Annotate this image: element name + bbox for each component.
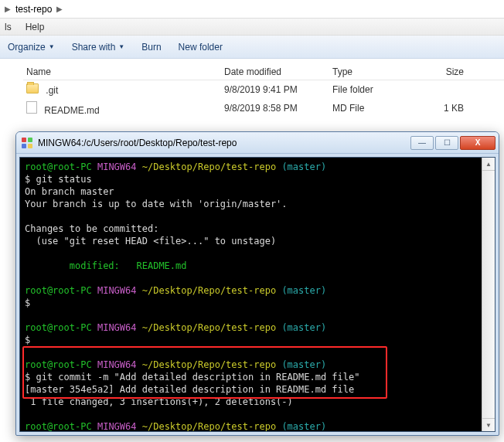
scroll-up-icon[interactable]: ▲ xyxy=(482,158,495,171)
chevron-down-icon: ▼ xyxy=(49,43,55,50)
toolbar-organize[interactable]: Organize ▼ xyxy=(8,42,55,53)
toolbar-label: Share with xyxy=(72,42,116,53)
terminal-body[interactable]: root@root-PC MINGW64 ~/Desktop/Repo/test… xyxy=(19,157,495,432)
scroll-down-icon[interactable]: ▼ xyxy=(482,418,495,431)
terminal-window: MINGW64:/c/Users/root/Desktop/Repo/test-… xyxy=(15,131,499,436)
menu-help[interactable]: Help xyxy=(26,22,45,32)
file-name: .git xyxy=(46,85,58,96)
col-name[interactable]: Name xyxy=(23,66,224,77)
toolbar-label: Organize xyxy=(8,42,46,53)
file-icon xyxy=(26,101,37,114)
col-size[interactable]: Size xyxy=(410,66,472,77)
breadcrumb-arrow-icon: ▶ xyxy=(56,5,63,13)
menu-bar: ls Help xyxy=(0,19,504,36)
terminal-scrollbar[interactable]: ▲ ▼ xyxy=(482,158,495,431)
file-date: 9/8/2019 8:58 PM xyxy=(224,103,332,114)
folder-icon xyxy=(26,83,39,94)
file-type: File folder xyxy=(332,84,410,95)
toolbar: Organize ▼ Share with ▼ Burn New folder xyxy=(0,36,504,59)
toolbar-burn[interactable]: Burn xyxy=(141,42,161,53)
mingw-icon xyxy=(21,137,33,149)
file-list: Name Date modified Type Size .git 9/8/20… xyxy=(0,59,504,117)
close-button[interactable]: X xyxy=(460,136,495,150)
maximize-button[interactable]: ☐ xyxy=(435,136,458,150)
breadcrumb-arrow-icon: ▶ xyxy=(5,5,11,13)
file-date: 9/8/2019 9:41 PM xyxy=(224,84,332,95)
minimize-button[interactable]: — xyxy=(410,136,434,150)
file-name: README.md xyxy=(44,105,99,116)
table-row[interactable]: README.md 9/8/2019 8:58 PM MD File 1 KB xyxy=(23,99,504,117)
terminal-output[interactable]: root@root-PC MINGW64 ~/Desktop/Repo/test… xyxy=(20,158,482,431)
breadcrumb-current[interactable]: test-repo xyxy=(15,4,52,15)
toolbar-new-folder[interactable]: New folder xyxy=(179,42,223,53)
col-type[interactable]: Type xyxy=(332,66,410,77)
column-headers[interactable]: Name Date modified Type Size xyxy=(23,63,504,80)
col-date[interactable]: Date modified xyxy=(224,66,332,77)
address-bar[interactable]: ▶ test-repo ▶ xyxy=(0,0,504,19)
terminal-title: MINGW64:/c/Users/root/Desktop/Repo/test-… xyxy=(38,138,410,148)
file-type: MD File xyxy=(332,103,410,114)
toolbar-share[interactable]: Share with ▼ xyxy=(72,42,125,53)
window-buttons: — ☐ X xyxy=(410,136,495,150)
terminal-titlebar[interactable]: MINGW64:/c/Users/root/Desktop/Repo/test-… xyxy=(16,132,499,154)
menu-item[interactable]: ls xyxy=(5,22,12,32)
table-row[interactable]: .git 9/8/2019 9:41 PM File folder xyxy=(23,80,504,99)
chevron-down-icon: ▼ xyxy=(118,43,124,50)
file-size: 1 KB xyxy=(410,103,472,114)
